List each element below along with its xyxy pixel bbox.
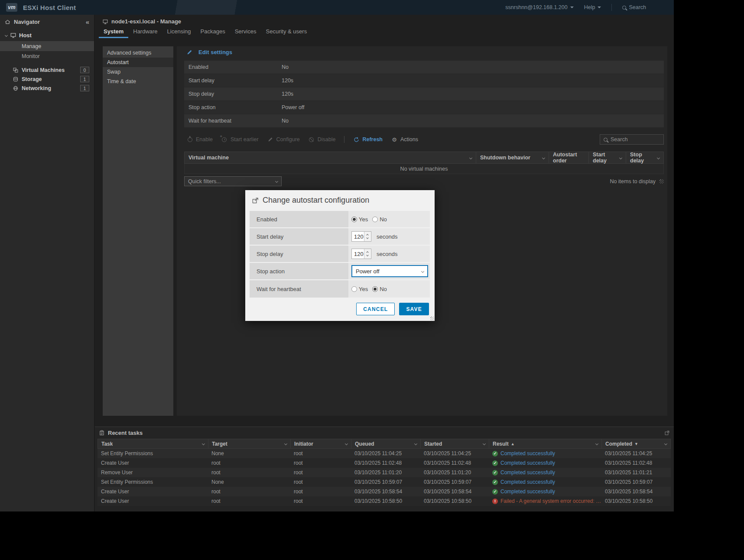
chevron-down-icon[interactable]: [664, 442, 667, 445]
cancel-button[interactable]: CANCEL: [356, 303, 395, 315]
sidebar-item-storage[interactable]: Storage 1: [0, 74, 94, 84]
task-result-link[interactable]: Failed - A general system error occurred…: [500, 498, 601, 504]
actions-button[interactable]: ⚙ Actions: [391, 136, 418, 142]
chevron-down-icon[interactable]: [657, 156, 660, 159]
dialog-footer: CANCEL SAVE: [245, 303, 435, 321]
sidebar-item-virtual-machines[interactable]: Virtual Machines 0: [0, 65, 94, 74]
tab-licensing[interactable]: Licensing: [162, 26, 196, 38]
dialog-resize-grip[interactable]: [430, 317, 434, 320]
column-autostart-order[interactable]: Autostart order: [549, 152, 589, 163]
form-row-stop-delay: Stop delay seconds: [250, 246, 430, 263]
vmware-logo: vm: [6, 3, 17, 12]
task-row[interactable]: Remove User root root 03/10/2025 11:01:2…: [97, 468, 671, 477]
column-label: Virtual machine: [188, 155, 229, 161]
help-menu[interactable]: Help: [584, 4, 601, 10]
start-delay-stepper[interactable]: [364, 232, 370, 241]
task-result-link[interactable]: Completed successfully: [500, 469, 555, 476]
quick-filters-dropdown[interactable]: Quick filters...: [184, 176, 282, 186]
edit-settings-link[interactable]: Edit settings: [184, 46, 664, 61]
global-search[interactable]: Search: [622, 4, 646, 10]
sidebar-item-networking[interactable]: Networking 1: [0, 84, 94, 93]
field-label: Enabled: [250, 211, 348, 227]
stop-delay-input[interactable]: [352, 249, 364, 259]
change-autostart-configuration-dialog: Change autostart configuration Enabled Y…: [245, 190, 435, 321]
chevron-down-icon[interactable]: [414, 442, 417, 445]
task-result-link[interactable]: Completed successfully: [500, 450, 555, 456]
wait-heartbeat-radio-group: Yes No: [348, 280, 430, 298]
column-shutdown-behavior[interactable]: Shutdown behavior: [476, 152, 549, 163]
chevron-down-icon[interactable]: [469, 156, 472, 159]
column-queued[interactable]: Queued: [351, 439, 421, 448]
subnav-swap[interactable]: Swap: [103, 67, 173, 77]
form-row-enabled: Enabled Yes No: [250, 211, 430, 228]
column-virtual-machine[interactable]: Virtual machine: [185, 152, 476, 163]
sidebar-item-monitor[interactable]: Monitor: [0, 51, 94, 61]
sidebar-item-manage[interactable]: Manage: [0, 41, 94, 51]
stop-delay-stepper[interactable]: [364, 249, 370, 259]
subnav-autostart[interactable]: Autostart: [103, 58, 173, 67]
chevron-down-icon[interactable]: [595, 442, 598, 445]
subnav-advanced-settings[interactable]: Advanced settings: [103, 48, 173, 58]
column-target[interactable]: Target: [208, 439, 291, 448]
radio-enabled-no[interactable]: [372, 217, 378, 222]
radio-label-no: No: [380, 286, 387, 292]
task-row[interactable]: Set Entity Permissions None root 03/10/2…: [97, 449, 671, 458]
edit-settings-label: Edit settings: [198, 49, 232, 55]
radio-enabled-yes[interactable]: [351, 217, 357, 222]
radio-heartbeat-yes[interactable]: [351, 286, 357, 292]
task-row[interactable]: Create User root root 03/10/2025 10:58:5…: [97, 496, 671, 506]
column-start-delay[interactable]: Start delay: [589, 152, 626, 163]
chevron-down-icon[interactable]: [284, 442, 287, 445]
chevron-down-icon[interactable]: [619, 156, 622, 159]
disable-label: Disable: [318, 136, 336, 142]
tab-packages[interactable]: Packages: [196, 26, 230, 38]
column-initiator[interactable]: Initiator: [291, 439, 351, 448]
column-completed[interactable]: Completed▼: [602, 439, 670, 448]
sidebar-item-host[interactable]: Host: [0, 29, 94, 41]
save-button[interactable]: SAVE: [399, 303, 429, 315]
column-task[interactable]: Task: [98, 439, 208, 448]
start-delay-input-group: [351, 231, 371, 242]
column-result[interactable]: Result▲: [489, 439, 602, 448]
disable-button[interactable]: Disable: [309, 136, 336, 142]
radio-heartbeat-no[interactable]: [372, 286, 378, 292]
task-row[interactable]: Create User root root 03/10/2025 11:02:4…: [97, 458, 671, 468]
column-started[interactable]: Started: [421, 439, 489, 448]
task-result-link[interactable]: Completed successfully: [500, 460, 555, 466]
field-label: Stop action: [250, 263, 348, 279]
subnav-time-date[interactable]: Time & date: [103, 77, 173, 86]
popout-icon[interactable]: [665, 431, 669, 435]
tab-security-users[interactable]: Security & users: [261, 26, 312, 38]
chevron-down-icon[interactable]: [345, 442, 348, 445]
vm-table-empty-message: No virtual machines: [184, 164, 664, 174]
column-stop-delay[interactable]: Stop delay: [626, 152, 663, 163]
task-row[interactable]: Create User root root 03/10/2025 10:58:5…: [97, 487, 671, 496]
resize-grip[interactable]: [660, 179, 664, 184]
sidebar-host-label: Host: [19, 32, 32, 39]
stop-action-select[interactable]: Power off: [351, 265, 428, 277]
help-menu-label: Help: [584, 4, 595, 10]
host-page-icon: [103, 19, 108, 24]
refresh-button[interactable]: Refresh: [353, 136, 383, 142]
setting-value: Power off: [282, 104, 305, 110]
no-items-label: No items to display: [610, 178, 656, 185]
setting-value: No: [282, 118, 289, 124]
task-row[interactable]: Set Entity Permissions None root 03/10/2…: [97, 477, 671, 487]
tab-system[interactable]: System: [99, 26, 128, 38]
configure-button[interactable]: Configure: [267, 136, 300, 142]
enable-button[interactable]: Enable: [187, 136, 213, 142]
chevron-down-icon[interactable]: [202, 442, 205, 445]
task-result-link[interactable]: Completed successfully: [500, 479, 555, 485]
start-earlier-button[interactable]: Start earlier: [221, 136, 259, 142]
vm-search-box[interactable]: Search: [600, 134, 664, 145]
chevron-down-icon[interactable]: [542, 156, 545, 159]
user-menu[interactable]: ssnrshnn@192.168.1.200: [505, 4, 573, 10]
start-delay-input[interactable]: [352, 232, 364, 241]
tab-hardware[interactable]: Hardware: [128, 26, 162, 38]
task-result-link[interactable]: Completed successfully: [500, 489, 555, 495]
radio-label-yes: Yes: [359, 216, 368, 223]
tab-services[interactable]: Services: [230, 26, 261, 38]
collapse-sidebar-icon[interactable]: «: [86, 19, 89, 25]
sidebar-vm-label: Virtual Machines: [22, 67, 65, 73]
chevron-down-icon[interactable]: [483, 442, 486, 445]
